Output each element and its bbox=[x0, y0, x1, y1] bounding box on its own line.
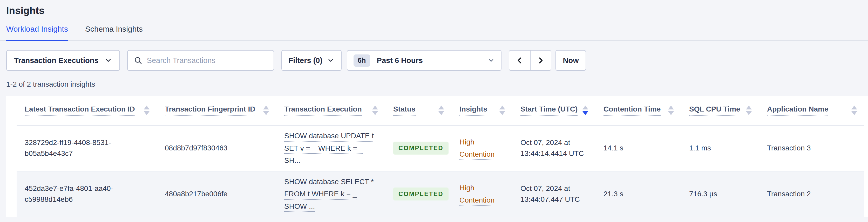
start-time: Oct 07, 2024 at 13:44:14.4414 UTC bbox=[521, 137, 588, 159]
table-header-row: Latest Transaction Execution ID Transact… bbox=[17, 96, 864, 125]
tab-workload-insights[interactable]: Workload Insights bbox=[6, 25, 68, 40]
sort-icon[interactable] bbox=[746, 105, 752, 115]
fingerprint-id: 08d8b7d97f830463 bbox=[165, 144, 227, 152]
contention-time: 21.3 s bbox=[603, 190, 623, 198]
sql-cpu-time: 716.3 µs bbox=[689, 190, 717, 198]
insight-link[interactable]: High Contention bbox=[459, 182, 505, 207]
table-row: 452da3e7-e7fa-4801-aa40-c59988d14eb6 480… bbox=[17, 171, 864, 217]
fingerprint-id: 480a8b217be006fe bbox=[165, 190, 227, 198]
now-button-label: Now bbox=[563, 56, 579, 65]
column-header-application-name[interactable]: Application Name bbox=[759, 96, 864, 125]
transaction-execution-link[interactable]: SHOW database SELECT * FROM t WHERE k = … bbox=[284, 176, 376, 213]
time-range-badge: 6h bbox=[353, 55, 370, 67]
contention-time: 14.1 s bbox=[603, 144, 623, 152]
results-summary: 1-2 of 2 transaction insights bbox=[6, 80, 868, 89]
now-button[interactable]: Now bbox=[556, 50, 586, 71]
column-header-latest-transaction-execution-id[interactable]: Latest Transaction Execution ID bbox=[17, 96, 157, 125]
execution-type-label: Transaction Executions bbox=[14, 56, 99, 65]
sort-icon-active-desc[interactable] bbox=[583, 105, 588, 115]
sort-icon[interactable] bbox=[668, 105, 674, 115]
sql-cpu-time: 1.1 ms bbox=[689, 144, 711, 152]
sort-icon[interactable] bbox=[438, 105, 444, 115]
status-badge: COMPLETED bbox=[393, 188, 448, 200]
chevron-down-icon bbox=[327, 57, 334, 64]
application-name: Transaction 3 bbox=[767, 144, 811, 152]
start-time: Oct 07, 2024 at 13:44:07.447 UTC bbox=[521, 183, 588, 205]
search-icon bbox=[134, 56, 142, 65]
sort-icon[interactable] bbox=[851, 105, 857, 115]
filters-dropdown[interactable]: Filters (0) bbox=[281, 50, 342, 71]
tab-bar: Workload Insights Schema Insights bbox=[0, 25, 868, 41]
column-header-sql-cpu-time[interactable]: SQL CPU Time bbox=[681, 96, 759, 125]
search-box bbox=[127, 50, 274, 71]
time-next-button[interactable] bbox=[530, 51, 551, 70]
chevron-down-icon bbox=[104, 57, 112, 64]
time-range-arrows bbox=[509, 50, 551, 71]
time-prev-button[interactable] bbox=[509, 51, 530, 70]
sort-icon[interactable] bbox=[372, 105, 378, 115]
column-header-transaction-execution[interactable]: Transaction Execution bbox=[276, 96, 385, 125]
sort-icon[interactable] bbox=[263, 105, 269, 115]
application-name: Transaction 2 bbox=[767, 190, 811, 198]
filters-label: Filters (0) bbox=[289, 56, 323, 65]
insight-link[interactable]: High Contention bbox=[459, 136, 505, 161]
insights-table-card: Latest Transaction Execution ID Transact… bbox=[6, 96, 868, 217]
column-header-insights[interactable]: Insights bbox=[452, 96, 513, 125]
chevron-right-icon bbox=[536, 56, 545, 65]
execution-type-dropdown[interactable]: Transaction Executions bbox=[6, 50, 120, 71]
sort-icon[interactable] bbox=[144, 105, 150, 115]
sort-icon[interactable] bbox=[499, 105, 505, 115]
latest-execution-id: 452da3e7-e7fa-4801-aa40-c59988d14eb6 bbox=[25, 183, 147, 205]
transaction-execution-link[interactable]: SHOW database UPDATE t SET v = _ WHERE k… bbox=[284, 130, 376, 167]
chevron-down-icon bbox=[488, 57, 495, 64]
time-range-label: Past 6 Hours bbox=[377, 56, 488, 65]
column-header-contention-time[interactable]: Contention Time bbox=[595, 96, 681, 125]
search-input[interactable] bbox=[147, 56, 267, 65]
column-header-status[interactable]: Status bbox=[385, 96, 452, 125]
status-badge: COMPLETED bbox=[393, 141, 448, 155]
time-range-picker[interactable]: 6h Past 6 Hours bbox=[347, 50, 501, 71]
column-header-start-time[interactable]: Start Time (UTC) bbox=[513, 96, 595, 125]
column-header-transaction-fingerprint-id[interactable]: Transaction Fingerprint ID bbox=[157, 96, 276, 125]
table-row: 328729d2-ff19-4408-8531-b05a5b4e43c7 08d… bbox=[17, 125, 864, 171]
latest-execution-id: 328729d2-ff19-4408-8531-b05a5b4e43c7 bbox=[25, 137, 147, 159]
transaction-insights-table: Latest Transaction Execution ID Transact… bbox=[17, 96, 864, 217]
tab-schema-insights[interactable]: Schema Insights bbox=[85, 25, 143, 40]
chevron-left-icon bbox=[516, 56, 524, 65]
page-title: Insights bbox=[6, 5, 862, 17]
toolbar: Transaction Executions Filters (0) 6h Pa… bbox=[0, 50, 868, 71]
